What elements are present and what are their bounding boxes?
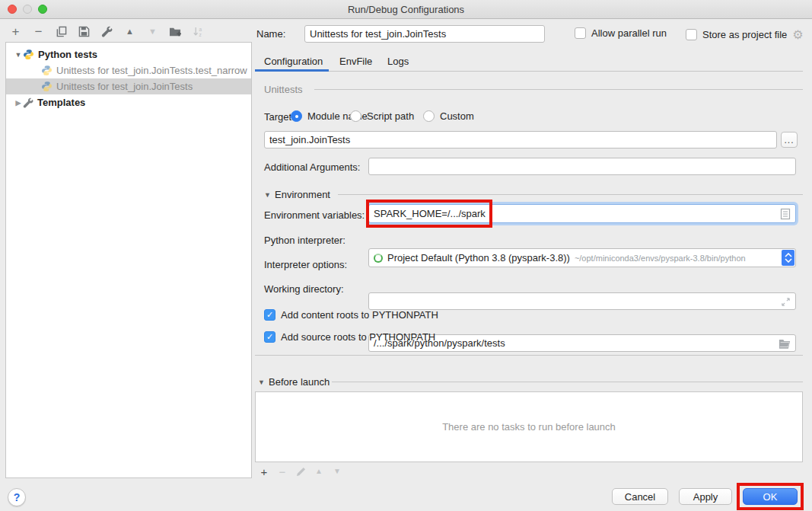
- environment-variables-input[interactable]: SPARK_HOME=/.../spark: [368, 204, 796, 223]
- help-button[interactable]: ?: [8, 488, 26, 506]
- store-as-project-file-checkbox[interactable]: [686, 29, 697, 40]
- folder-icon[interactable]: [779, 338, 791, 351]
- interpreter-name: Project Default (Python 3.8 (pyspark-3.8…: [387, 252, 570, 263]
- copy-icon[interactable]: [55, 25, 68, 38]
- add-content-roots-checkbox[interactable]: [264, 309, 275, 321]
- python-icon: [23, 49, 34, 60]
- remove-icon[interactable]: −: [32, 25, 45, 38]
- unittests-group-title: Unittests: [264, 84, 303, 95]
- wrench-icon: [23, 97, 33, 108]
- tree-item-jointests-selected[interactable]: Unittests for test_join.JoinTests: [6, 78, 251, 94]
- radio-label: Custom: [440, 110, 474, 122]
- titlebar: Run/Debug Configurations: [0, 0, 812, 19]
- browse-dots: ...: [784, 135, 794, 145]
- cancel-button[interactable]: Cancel: [612, 488, 668, 505]
- edit-task-icon: [295, 466, 306, 477]
- interpreter-options-input[interactable]: [368, 292, 796, 310]
- section-divider: [332, 382, 803, 382]
- tree-item-label: Templates: [37, 97, 85, 108]
- before-launch-collapse-icon[interactable]: ▼: [258, 378, 265, 386]
- interpreter-options-label: Interpreter options:: [264, 259, 347, 270]
- browse-env-vars-icon[interactable]: [780, 208, 791, 222]
- target-option-custom[interactable]: Custom: [423, 110, 474, 122]
- tree-item-label: Unittests for test_join.JoinTests: [56, 81, 193, 92]
- additional-arguments-input[interactable]: [368, 158, 796, 175]
- zoom-button[interactable]: [38, 5, 47, 14]
- allow-parallel-run-label: Allow parallel run: [591, 27, 667, 39]
- allow-parallel-run-row: Allow parallel run: [575, 27, 667, 39]
- tree-item-templates[interactable]: ▶ Templates: [6, 94, 251, 110]
- save-icon[interactable]: [78, 25, 91, 38]
- before-launch-task-list[interactable]: There are no tasks to run before launch: [255, 391, 803, 462]
- gear-icon[interactable]: ⚙: [792, 27, 803, 42]
- svg-text:z: z: [199, 32, 201, 37]
- additional-arguments-label: Additional Arguments:: [264, 161, 360, 173]
- environment-variables-value: SPARK_HOME=/.../spark: [374, 208, 486, 219]
- radio-custom[interactable]: [423, 110, 435, 122]
- python-interpreter-select[interactable]: Project Default (Python 3.8 (pyspark-3.8…: [368, 248, 796, 267]
- add-source-roots-row[interactable]: Add source roots to PYTHONPATH: [264, 331, 435, 343]
- dropdown-spinner-icon[interactable]: [782, 250, 794, 266]
- group-divider: [314, 89, 803, 90]
- new-folder-icon[interactable]: [169, 25, 182, 38]
- sort-alphabetically-icon: az: [192, 25, 205, 38]
- store-as-project-file-label: Store as project file: [702, 29, 787, 40]
- move-up-icon[interactable]: ▲: [123, 25, 136, 38]
- tab-envfile[interactable]: EnvFile: [339, 56, 372, 67]
- close-button[interactable]: [8, 5, 17, 14]
- minimize-button[interactable]: [23, 5, 32, 14]
- radio-script-path[interactable]: [350, 110, 361, 122]
- window-controls: [8, 5, 47, 14]
- before-launch-empty-text: There are no tasks to run before launch: [442, 421, 616, 433]
- wrench-icon[interactable]: [100, 25, 113, 38]
- add-source-roots-checkbox[interactable]: [264, 331, 275, 343]
- environment-section-title: Environment: [275, 189, 330, 200]
- browse-button[interactable]: ...: [781, 132, 798, 148]
- apply-button[interactable]: Apply: [679, 488, 732, 505]
- working-directory-label: Working directory:: [264, 283, 344, 295]
- module-name-input[interactable]: [264, 131, 777, 149]
- config-bottom-divider: [255, 355, 803, 356]
- store-as-project-file-row: Store as project file ⚙: [686, 27, 804, 42]
- conda-env-icon: [374, 254, 383, 263]
- add-task-icon[interactable]: +: [259, 466, 269, 477]
- configurations-toolbar: + − ▲ ▼ az: [9, 23, 205, 40]
- tab-logs[interactable]: Logs: [387, 56, 409, 67]
- python-test-icon: [41, 65, 53, 76]
- python-interpreter-label: Python interpreter:: [264, 235, 345, 246]
- help-icon: ?: [14, 491, 21, 503]
- tree-item-python-tests[interactable]: ▼ Python tests: [6, 46, 251, 62]
- remove-task-icon: −: [277, 466, 288, 477]
- target-label: Target:: [264, 111, 295, 123]
- add-source-roots-label: Add source roots to PYTHONPATH: [281, 331, 435, 343]
- tab-configuration[interactable]: Configuration: [264, 56, 323, 67]
- before-launch-toolbar: + − ▲ ▼: [259, 466, 342, 477]
- tabs-divider: [255, 71, 803, 72]
- move-down-icon: ▼: [146, 25, 159, 38]
- chevron-right-icon[interactable]: ▶: [14, 99, 23, 107]
- tree-item-label: Python tests: [38, 49, 97, 60]
- python-test-icon: [41, 81, 53, 92]
- radio-module-name[interactable]: [291, 110, 302, 122]
- add-content-roots-row[interactable]: Add content roots to PYTHONPATH: [264, 309, 438, 321]
- task-down-icon: ▼: [332, 466, 342, 477]
- expand-icon[interactable]: [781, 297, 791, 309]
- add-icon[interactable]: +: [9, 25, 22, 38]
- before-launch-section-title: Before launch: [269, 376, 330, 388]
- radio-label: Script path: [367, 110, 414, 122]
- ok-button[interactable]: OK: [743, 488, 798, 505]
- window-title: Run/Debug Configurations: [348, 4, 464, 15]
- svg-text:a: a: [199, 26, 202, 31]
- active-tab-underline: [255, 69, 329, 72]
- environment-variables-label: Environment variables:: [264, 209, 365, 221]
- name-label: Name:: [256, 28, 285, 40]
- name-input[interactable]: [304, 25, 545, 43]
- environment-collapse-icon[interactable]: ▼: [264, 191, 271, 199]
- target-option-script-path[interactable]: Script path: [350, 110, 414, 122]
- task-up-icon: ▲: [314, 466, 324, 477]
- allow-parallel-run-checkbox[interactable]: [575, 27, 586, 39]
- tree-item-test-narrow[interactable]: Unittests for test_join.JoinTests.test_n…: [6, 62, 251, 78]
- interpreter-path: ~/opt/miniconda3/envs/pyspark-3.8/bin/py…: [575, 254, 746, 263]
- chevron-down-icon[interactable]: ▼: [14, 51, 23, 59]
- tree-item-label: Unittests for test_join.JoinTests.test_n…: [56, 65, 247, 76]
